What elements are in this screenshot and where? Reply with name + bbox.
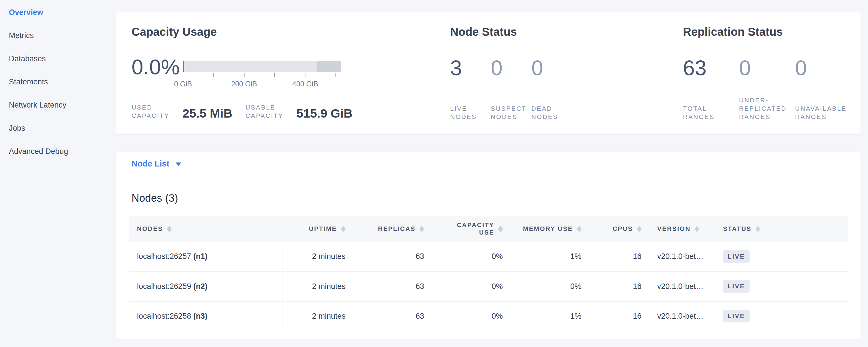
sidebar-item-databases[interactable]: Databases [9,54,46,63]
nodes-table: NODESUPTIMEREPLICASCAPACITY USEMEMORY US… [129,216,848,331]
cell-version: v20.1.0-bet… [650,242,715,272]
column-header-label: CAPACITY USE [447,221,494,236]
sort-icon [695,226,699,232]
sidebar-item-advanced-debug[interactable]: Advanced Debug [9,147,68,156]
node-list-dropdown-label: Node List [131,159,169,168]
stat-value: 25.5 MiB [183,107,232,120]
column-header-version[interactable]: VERSION [650,216,715,242]
cell-memory-use: 1% [511,242,589,272]
nodes-table-title: Nodes (3) [131,192,848,204]
sort-ascending-icon [167,226,172,228]
sidebar-item-statements[interactable]: Statements [9,77,48,86]
cell-version: v20.1.0-bet… [650,272,715,301]
status-badge: LIVE [723,280,750,293]
column-header-nodes[interactable]: NODES [129,216,283,242]
capacity-bar-reserved-segment [317,61,341,72]
sort-ascending-icon [498,226,503,228]
sort-ascending-icon [755,226,760,228]
cell-uptime: 2 minutes [283,301,353,331]
column-header-label: STATUS [723,225,752,232]
sort-descending-icon [695,229,699,232]
stat-value: 515.9 GiB [296,107,352,120]
sidebar-item-overview[interactable]: Overview [9,8,43,17]
metric-label: DEAD NODES [531,104,572,121]
cell-nodes: localhost:26259 (n2) [129,272,283,301]
metric-value: 0 [795,56,851,81]
replication-status-metrics: 63TOTAL RANGES0UNDER-REPLICATED RANGES0U… [683,56,861,121]
axis-tick-label: 200 GiB [231,80,257,88]
column-header-label: REPLICAS [378,225,415,232]
capacity-stat-usable-capacity: USABLE CAPACITY515.9 GiB [245,103,352,120]
axis-tick [183,73,183,77]
table-row[interactable]: localhost:26258 (n3)2 minutes630%1%16v20… [129,301,848,331]
table-row[interactable]: localhost:26257 (n1)2 minutes630%1%16v20… [129,242,848,272]
app: OverviewMetricsDatabasesStatementsNetwor… [0,0,868,347]
axis-tick [305,73,305,77]
table-row[interactable]: localhost:26259 (n2)2 minutes630%0%16v20… [129,272,848,301]
cluster-overview-card: Capacity Usage 0.0% 0 GiB200 GiB400 GiB … [116,12,861,134]
metric-under-replicated-ranges: 0UNDER-REPLICATED RANGES [739,56,795,121]
metric-value: 0 [491,56,531,81]
cell-status: LIVE [715,301,848,331]
cell-capacity-use: 0% [432,301,511,331]
replication-status-section: Replication Status 63TOTAL RANGES0UNDER-… [683,25,861,134]
sort-icon [341,226,345,232]
capacity-stat-used-capacity: USED CAPACITY25.5 MiB [131,103,232,120]
column-header-uptime[interactable]: UPTIME [283,216,353,242]
metric-label: UNAVAILABLE RANGES [795,104,849,121]
metric-value: 0 [531,56,572,81]
sort-icon [637,226,642,232]
column-header-replicas[interactable]: REPLICAS [353,216,432,242]
node-status-section: Node Status 3LIVE NODES0SUSPECT NODES0DE… [450,25,683,134]
sidebar-nav: OverviewMetricsDatabasesStatementsNetwor… [9,8,116,156]
axis-tick [244,73,245,77]
column-header-capacity-use[interactable]: CAPACITY USE [432,216,511,242]
metric-label: TOTAL RANGES [683,104,737,121]
sort-descending-icon [420,229,424,232]
metric-total-ranges: 63TOTAL RANGES [683,56,739,121]
cell-uptime: 2 minutes [283,242,353,272]
node-list-dropdown[interactable]: Node List [131,159,181,168]
capacity-usage-chart: 0.0% 0 GiB200 GiB400 GiB [131,56,450,88]
node-address: localhost:26259 [137,282,191,291]
sort-descending-icon [755,229,760,232]
metric-unavailable-ranges: 0UNAVAILABLE RANGES [795,56,851,121]
sort-descending-icon [167,229,172,232]
cell-memory-use: 0% [511,272,589,301]
sort-ascending-icon [420,226,424,228]
stat-label: USED CAPACITY [131,103,175,120]
sidebar: OverviewMetricsDatabasesStatementsNetwor… [0,0,116,347]
metric-value: 63 [683,56,739,81]
capacity-bar [183,61,341,72]
metric-label: SUSPECT NODES [491,104,531,121]
sort-icon [420,226,424,232]
sidebar-item-network-latency[interactable]: Network Latency [9,101,66,109]
sidebar-item-jobs[interactable]: Jobs [9,124,25,132]
sort-icon [498,226,503,232]
sort-descending-icon [498,229,503,232]
capacity-usage-section: Capacity Usage 0.0% 0 GiB200 GiB400 GiB … [131,25,450,134]
sidebar-item-metrics[interactable]: Metrics [9,31,34,40]
node-list-card: Node List Nodes (3) NODESUPTIMEREPLICASC… [116,152,861,339]
metric-value: 0 [739,56,795,81]
column-header-memory-use[interactable]: MEMORY USE [511,216,589,242]
metric-suspect-nodes: 0SUSPECT NODES [491,56,531,121]
nodes-table-section: Nodes (3) NODESUPTIMEREPLICASCAPACITY US… [116,176,861,331]
cell-memory-use: 1% [511,301,589,331]
view-selector-row: Node List [116,152,861,176]
sort-ascending-icon [695,226,699,228]
sort-icon [755,226,760,232]
chevron-down-icon [176,162,181,166]
stat-label: USABLE CAPACITY [245,103,289,120]
column-header-label: NODES [137,225,163,232]
main-content: Capacity Usage 0.0% 0 GiB200 GiB400 GiB … [116,0,868,347]
metric-label: LIVE NODES [450,104,491,121]
axis-tick [336,73,336,77]
cell-replicas: 63 [353,242,432,272]
metric-value: 3 [450,56,491,81]
capacity-bar-used-segment [183,61,184,72]
column-header-cpus[interactable]: CPUS [589,216,650,242]
capacity-stats: USED CAPACITY25.5 MiBUSABLE CAPACITY515.… [131,103,450,120]
column-header-status[interactable]: STATUS [715,216,848,242]
column-header-label: MEMORY USE [523,225,573,232]
